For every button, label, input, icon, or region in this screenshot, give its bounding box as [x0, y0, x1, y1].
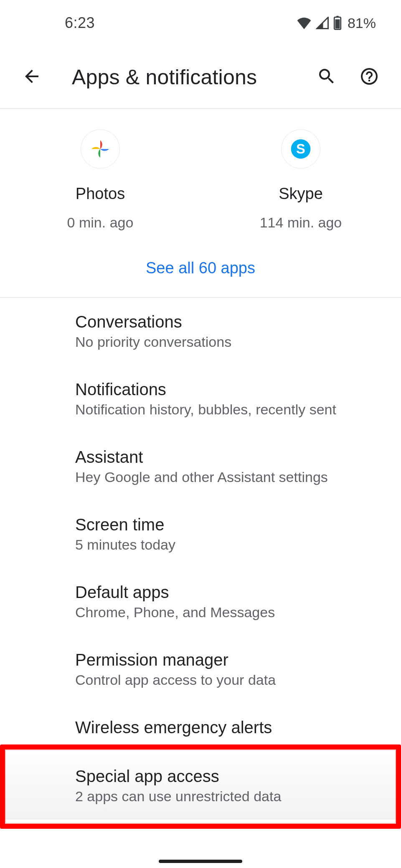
setting-title: Special app access — [75, 767, 384, 786]
setting-title: Notifications — [75, 380, 384, 399]
help-icon — [359, 66, 379, 88]
status-icons: 81% — [297, 15, 376, 31]
svg-rect-1 — [336, 16, 339, 18]
svg-rect-2 — [335, 19, 340, 28]
recent-app-skype[interactable]: S Skype 114 min. ago — [200, 126, 401, 235]
help-button[interactable] — [354, 62, 384, 92]
setting-permission-manager[interactable]: Permission manager Control app access to… — [0, 636, 401, 703]
recent-app-photos[interactable]: Photos 0 min. ago — [0, 126, 200, 235]
recent-apps-section: Photos 0 min. ago S Skype 114 min. ago S… — [0, 109, 401, 297]
setting-screen-time[interactable]: Screen time 5 minutes today — [0, 500, 401, 568]
wifi-icon — [297, 17, 312, 29]
svg-text:S: S — [296, 141, 305, 156]
setting-notifications[interactable]: Notifications Notification history, bubb… — [0, 365, 401, 433]
recent-app-time: 114 min. ago — [260, 214, 342, 231]
battery-percent: 81% — [348, 15, 376, 31]
setting-title: Conversations — [75, 313, 384, 331]
settings-list: Conversations No priority conversations … — [0, 298, 401, 820]
setting-assistant[interactable]: Assistant Hey Google and other Assistant… — [0, 433, 401, 500]
setting-title: Assistant — [75, 448, 384, 467]
setting-conversations[interactable]: Conversations No priority conversations — [0, 298, 401, 365]
gesture-bar — [159, 860, 242, 863]
search-icon — [317, 66, 337, 88]
setting-title: Wireless emergency alerts — [75, 718, 384, 737]
back-button[interactable] — [17, 62, 47, 92]
status-bar: 6:23 81% — [0, 0, 401, 46]
recent-app-time: 0 min. ago — [67, 214, 134, 231]
page-title: Apps & notifications — [72, 65, 312, 89]
setting-subtitle: 5 minutes today — [75, 537, 384, 553]
search-button[interactable] — [312, 62, 342, 92]
setting-subtitle: Control app access to your data — [75, 672, 384, 688]
see-all-apps-link[interactable]: See all 60 apps — [146, 259, 255, 277]
cellular-icon — [316, 17, 329, 29]
setting-title: Screen time — [75, 515, 384, 534]
setting-subtitle: 2 apps can use unrestricted data — [75, 788, 384, 805]
setting-default-apps[interactable]: Default apps Chrome, Phone, and Messages — [0, 568, 401, 636]
setting-special-app-access[interactable]: Special app access 2 apps can use unrest… — [0, 752, 401, 820]
battery-icon — [333, 16, 342, 30]
photos-app-icon — [81, 130, 119, 168]
setting-title: Permission manager — [75, 651, 384, 669]
setting-subtitle: Notification history, bubbles, recently … — [75, 401, 384, 418]
see-all-apps-row: See all 60 apps — [0, 239, 401, 297]
status-time: 6:23 — [65, 14, 95, 32]
setting-subtitle: Chrome, Phone, and Messages — [75, 604, 384, 621]
setting-subtitle: No priority conversations — [75, 334, 384, 350]
app-bar: Apps & notifications — [0, 46, 401, 108]
recent-app-name: Skype — [279, 185, 323, 203]
setting-wireless-emergency-alerts[interactable]: Wireless emergency alerts — [0, 703, 401, 752]
skype-app-icon: S — [282, 130, 320, 168]
setting-title: Default apps — [75, 583, 384, 602]
recent-app-name: Photos — [76, 185, 125, 203]
arrow-left-icon — [22, 66, 42, 88]
setting-subtitle: Hey Google and other Assistant settings — [75, 469, 384, 485]
